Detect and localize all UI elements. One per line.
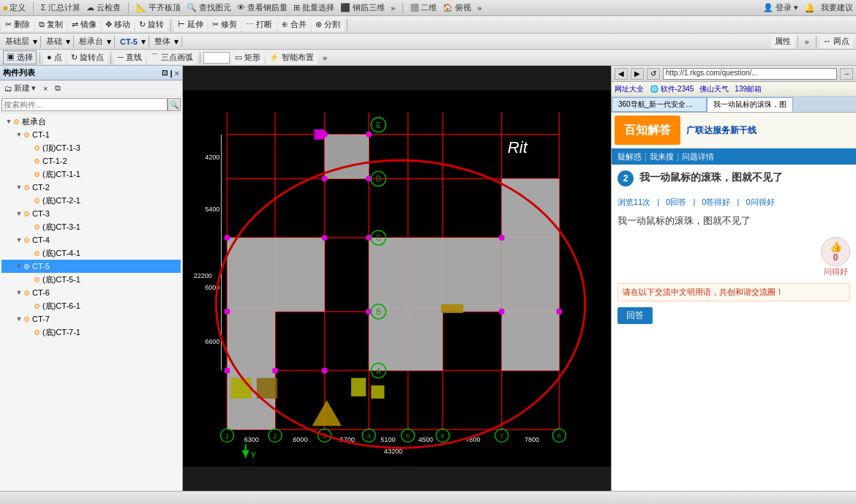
new-component-btn[interactable]: 🗂 新建 ▾	[1, 81, 39, 95]
delete-btn[interactable]: ✂ 删除	[1, 18, 34, 31]
svg-text:5: 5	[406, 432, 410, 440]
node-icon: ⚙	[34, 144, 40, 152]
site-link-1[interactable]: 网址大全	[615, 84, 644, 94]
node-label: (底)CT-1-1	[42, 169, 80, 180]
good-answer-count: 0答得好	[702, 198, 730, 206]
move-btn[interactable]: ✥ 移动	[102, 18, 134, 31]
tree-node-ct1-bot-1[interactable]: ⚙(底)CT-1-1	[1, 168, 181, 181]
go-btn[interactable]: →	[840, 68, 853, 80]
rebar-3d-btn[interactable]: ⬛ 钢筋三维	[340, 2, 385, 13]
like-count: 0	[833, 252, 838, 263]
tree-node-pillar[interactable]: ▼⚙桩承台	[1, 115, 181, 128]
tree-node-ct3[interactable]: ▼⚙CT-3	[1, 207, 181, 220]
sum-calc-btn[interactable]: Σ 汇总计算	[41, 2, 80, 13]
like-section: 👍 0 问得好	[617, 237, 850, 277]
browser-address[interactable]: http://1.rkgs.com/question/...	[663, 68, 837, 80]
cloud-check-btn[interactable]: ☁ 云检查	[86, 2, 121, 13]
break-btn[interactable]: ⋯ 打断	[242, 18, 276, 31]
arc-3pt-btn[interactable]: ⌒ 三点画弧	[147, 50, 197, 64]
more-btn[interactable]: »	[391, 4, 395, 12]
nav-link-1[interactable]: 疑解惑	[617, 151, 642, 162]
back-btn[interactable]: ◀	[615, 68, 628, 80]
svg-point-28	[322, 235, 328, 241]
copy-btn[interactable]: ⧉ 复制	[35, 18, 67, 31]
more-btn3[interactable]: »	[801, 36, 813, 48]
site-link-3[interactable]: 佛山天气	[699, 84, 729, 94]
tree-node-ct3-bot-1[interactable]: ⚙(底)CT-3-1	[1, 220, 181, 233]
more-btn2[interactable]: »	[477, 4, 481, 12]
line-btn[interactable]: ─ 直线	[114, 50, 146, 64]
find-element-btn[interactable]: 🔍 查找图元	[187, 2, 231, 13]
batch-select-btn[interactable]: ⊞ 批量选择	[293, 2, 334, 13]
top-view-btn[interactable]: 🏠 俯视	[443, 2, 471, 13]
svg-text:E: E	[376, 121, 381, 129]
tree-node-ct7-bot-1[interactable]: ⚙(底)CT-7-1	[1, 326, 181, 339]
delete-component-btn[interactable]: ×	[40, 83, 50, 94]
login-btn[interactable]: 👤 登录 ▾	[763, 2, 798, 13]
node-icon: ⚙	[23, 289, 30, 297]
cad-canvas-area[interactable]: Y 4200 5400 22200 6000 6600 E D C	[183, 66, 611, 491]
copy-component-btn[interactable]: ⧉	[52, 82, 64, 94]
smart-layout-btn[interactable]: ⚡ 智能布置	[266, 50, 318, 64]
tree-node-ct2[interactable]: ▼⚙CT-2	[1, 181, 181, 194]
extend-btn[interactable]: ⊢ 延伸	[174, 18, 207, 31]
level-top-btn[interactable]: 📐 平齐板顶	[136, 2, 181, 13]
site-link-4[interactable]: 139邮箱	[735, 84, 762, 94]
view-rebar-btn[interactable]: 👁 查看钢筋量	[237, 2, 288, 13]
svg-text:4500: 4500	[418, 436, 433, 443]
tree-node-ct4-bot-1[interactable]: ⚙(底)CT-4-1	[1, 247, 181, 260]
tree-node-ct1[interactable]: ▼⚙CT-1	[1, 128, 181, 141]
rotate-btn[interactable]: ↻ 旋转	[135, 18, 168, 31]
point-btn[interactable]: ● 点	[43, 50, 66, 64]
forward-btn[interactable]: ▶	[631, 68, 644, 80]
split-btn[interactable]: ⊗ 分割	[312, 18, 344, 31]
search-btn[interactable]: 🔍	[168, 98, 181, 111]
2d-btn[interactable]: ▦ 二维	[410, 2, 437, 13]
rotate-point-btn[interactable]: ↻ 旋转点	[67, 50, 108, 64]
more-btn4[interactable]: »	[319, 52, 331, 64]
tree-node-ct1-2[interactable]: ⚙CT-1-2	[1, 154, 181, 168]
mirror-btn[interactable]: ⇌ 镜像	[68, 18, 100, 31]
foundation-label: 基础	[44, 36, 64, 47]
tree-node-ct5[interactable]: ▼⚙CT-5	[1, 260, 181, 273]
browser-tab-2[interactable]: 我一动鼠标的滚珠，图	[707, 97, 793, 112]
question-area: 2 我一动鼠标的滚珠，图就不见了 浏览11次 | 0回答 | 0答得好 | 0问…	[612, 165, 856, 491]
svg-text:A: A	[376, 367, 381, 375]
tree-node-ct6-bot-1[interactable]: ⚙(底)CT-6-1	[1, 299, 181, 312]
define-btn[interactable]: ■ 定义	[3, 2, 26, 13]
rect-btn[interactable]: ▭ 矩形	[231, 50, 264, 64]
suggest-btn[interactable]: 我要建议	[821, 2, 853, 13]
site-link-2[interactable]: 🌐 软件-2345	[650, 84, 694, 94]
refresh-btn[interactable]: ↺	[647, 68, 660, 80]
search-input[interactable]	[1, 98, 168, 111]
merge-btn[interactable]: ⊕ 合并	[278, 18, 310, 31]
browser-tab-1[interactable]: 360导航_新一代安全上网导航	[612, 97, 707, 112]
node-label: (底)CT-2-1	[42, 195, 80, 206]
status-bar	[0, 491, 856, 504]
nav-link-3[interactable]: 问题详情	[682, 151, 714, 162]
answer-btn[interactable]: 回答	[617, 307, 653, 324]
tree-node-ct5-bot-1[interactable]: ⚙(底)CT-5-1	[1, 273, 181, 286]
tree-node-ct1-top-3[interactable]: ⚙(顶)CT-1-3	[1, 141, 181, 154]
tree-node-ct2-bot-1[interactable]: ⚙(底)CT-2-1	[1, 194, 181, 207]
svg-point-34	[556, 309, 562, 315]
tree-node-ct4[interactable]: ▼⚙CT-4	[1, 233, 181, 247]
svg-text:6300: 6300	[244, 436, 259, 443]
float-icon[interactable]: ⊡	[162, 69, 168, 77]
app-topbar: ■ 定义 Σ 汇总计算 ☁ 云检查 📐 平齐板顶 🔍 查找图元 👁 查看钢筋量 …	[0, 0, 856, 16]
two-points-btn[interactable]: ↔ 两点	[819, 34, 853, 48]
like-btn[interactable]: 👍 0	[821, 237, 850, 266]
trim-btn[interactable]: ✂ 修剪	[209, 18, 241, 31]
node-icon: ⚙	[34, 157, 40, 165]
sep2	[110, 52, 111, 64]
svg-text:4200: 4200	[205, 154, 219, 161]
attr-btn[interactable]: 属性	[771, 34, 795, 48]
nav-link-2[interactable]: 我来搜	[650, 151, 674, 162]
select-btn[interactable]: ▣ 选择	[3, 50, 37, 64]
tree-node-ct6[interactable]: ▼⚙CT-6	[1, 286, 181, 299]
tree-node-ct7[interactable]: ▼⚙CT-7	[1, 312, 181, 326]
close-panel-btn[interactable]: ×	[175, 69, 179, 78]
cad-drawing[interactable]: Y 4200 5400 22200 6000 6600 E D C	[183, 66, 611, 491]
svg-point-27	[224, 235, 230, 241]
bell-icon: 🔔	[804, 3, 815, 13]
